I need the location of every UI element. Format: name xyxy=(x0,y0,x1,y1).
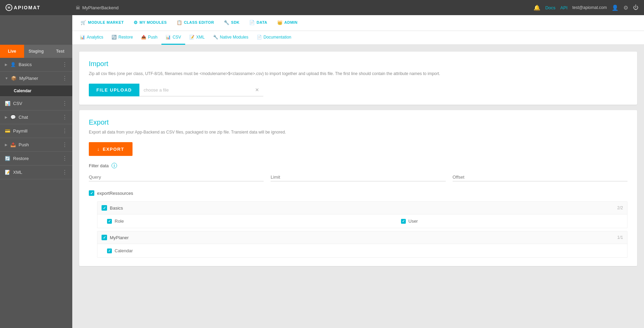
user-group-icon: 👤 xyxy=(10,62,16,67)
calendar-checkbox[interactable]: ✓ xyxy=(107,248,112,253)
notification-icon[interactable]: 🔔 xyxy=(534,4,540,11)
sub-nav-push[interactable]: 📤 Push xyxy=(137,31,161,45)
env-tab-staging[interactable]: Staging xyxy=(24,45,48,58)
basics-dots-icon[interactable]: ⋮ xyxy=(62,61,67,68)
sidebar: Live Staging Test ▶ 👤 Basics ⋮ ▼ 📦 MyPla… xyxy=(0,45,72,328)
xml-dots-icon[interactable]: ⋮ xyxy=(62,169,67,176)
restore-icon: 🔄 xyxy=(112,35,117,40)
api-link[interactable]: API xyxy=(560,5,568,10)
sidebar-item-calendar[interactable]: Calendar xyxy=(0,85,72,97)
export-resources-checkbox[interactable]: ✓ xyxy=(89,190,94,196)
nav-data[interactable]: 📄 DATA xyxy=(244,15,272,31)
settings-icon[interactable]: ⚙ xyxy=(623,4,628,11)
env-tab-live[interactable]: Live xyxy=(0,45,24,58)
file-input-area[interactable]: choose a file ✕ xyxy=(139,84,263,96)
file-placeholder: choose a file xyxy=(144,87,169,93)
import-description: Zip all csv files (one per class, UTF-8/… xyxy=(89,71,627,77)
offset-input[interactable] xyxy=(453,174,627,180)
chat-dots-icon[interactable]: ⋮ xyxy=(62,114,67,120)
sdk-icon: 🔧 xyxy=(224,20,230,25)
logo-area: M APIOMAT xyxy=(0,4,72,11)
logo-text: APIOMAT xyxy=(14,5,41,10)
role-checkbox[interactable]: ✓ xyxy=(107,219,112,224)
my-modules-icon: ⚙ xyxy=(134,20,138,25)
myplaner-group-label: MyPlaner xyxy=(110,235,129,240)
user-checkbox[interactable]: ✓ xyxy=(401,219,406,224)
sub-nav-analytics[interactable]: 📊 Analytics xyxy=(76,31,107,45)
calendar-label: Calendar xyxy=(115,248,133,253)
user-email: test@apiomat.com xyxy=(572,5,607,10)
header-backend-icon: 🏛 xyxy=(76,5,80,10)
module-market-icon: 🛒 xyxy=(81,20,86,25)
export-title: Export xyxy=(89,118,627,126)
analytics-icon: 📊 xyxy=(80,35,85,40)
logo-icon: M APIOMAT xyxy=(6,4,41,11)
export-button[interactable]: ↓ EXPORT xyxy=(89,142,133,156)
push-icon: 📤 xyxy=(141,35,146,40)
nav-my-modules[interactable]: ⚙ MY MODULES xyxy=(129,15,172,31)
sub-nav-native-modules[interactable]: 🔧 Native Modules xyxy=(209,31,253,45)
sidebar-item-push[interactable]: ▶ 📤 Push ⋮ xyxy=(0,138,72,152)
nav-class-editor[interactable]: 📋 CLASS EDITOR xyxy=(172,15,219,31)
export-card: Export Export all data from your App-Bac… xyxy=(79,110,637,266)
power-icon[interactable]: ⏻ xyxy=(633,4,638,11)
import-title: Import xyxy=(89,60,627,68)
package-icon: 📦 xyxy=(11,76,17,81)
myplaner-group: ✓ MyPlaner 1/1 ✓ Calendar xyxy=(97,231,627,258)
nav-sdk[interactable]: 🔧 SDK xyxy=(219,15,244,31)
sidebar-item-chat[interactable]: ▶ 💬 Chat ⋮ xyxy=(0,110,72,124)
chevron-right-push-icon: ▶ xyxy=(5,143,8,147)
content-area: Import Zip all csv files (one per class,… xyxy=(72,45,644,328)
paymill-dots-icon[interactable]: ⋮ xyxy=(62,128,67,134)
sub-nav-xml[interactable]: 📝 XML xyxy=(185,31,209,45)
nav-module-market[interactable]: 🛒 MODULE MARKET xyxy=(76,15,129,31)
sidebar-item-xml[interactable]: 📝 XML ⋮ xyxy=(0,166,72,179)
basics-group-label: Basics xyxy=(110,205,123,211)
query-input[interactable] xyxy=(89,174,264,180)
myplaner-dots-icon[interactable]: ⋮ xyxy=(62,75,67,82)
sidebar-item-restore[interactable]: 🔄 Restore ⋮ xyxy=(0,152,72,166)
xml-sidebar-icon: 📝 xyxy=(5,170,10,175)
basics-checkbox[interactable]: ✓ xyxy=(102,205,107,211)
env-tab-test[interactable]: Test xyxy=(48,45,72,58)
import-card: Import Zip all csv files (one per class,… xyxy=(79,52,637,105)
restore-sidebar-icon: 🔄 xyxy=(5,156,10,161)
user-label: User xyxy=(409,219,623,224)
sub-nav-documentation[interactable]: 📄 Documentation xyxy=(253,31,296,45)
restore-dots-icon[interactable]: ⋮ xyxy=(62,155,67,162)
sidebar-item-basics[interactable]: ▶ 👤 Basics ⋮ xyxy=(0,58,72,72)
basics-count: 2/2 xyxy=(617,205,623,210)
chevron-right-chat-icon: ▶ xyxy=(5,115,8,119)
push-dots-icon[interactable]: ⋮ xyxy=(62,141,67,148)
role-label: Role xyxy=(115,219,329,224)
sidebar-item-csv[interactable]: 📊 CSV ⋮ xyxy=(0,97,72,110)
documentation-icon: 📄 xyxy=(257,35,262,40)
clear-file-icon[interactable]: ✕ xyxy=(255,87,259,93)
sidebar-item-paymill[interactable]: 💳 Paymill ⋮ xyxy=(0,124,72,138)
native-modules-icon: 🔧 xyxy=(213,35,218,40)
chevron-down-icon: ▼ xyxy=(5,76,8,80)
limit-input[interactable] xyxy=(271,174,445,180)
chat-icon: 💬 xyxy=(10,115,16,120)
info-icon[interactable]: i xyxy=(112,163,117,168)
backend-name: MyPlanerBackend xyxy=(82,5,119,10)
class-editor-icon: 📋 xyxy=(177,20,182,25)
nav-admin[interactable]: 👑 ADMIN xyxy=(272,15,303,31)
main-nav: 🛒 MODULE MARKET ⚙ MY MODULES 📋 CLASS EDI… xyxy=(72,15,644,31)
sub-nav-restore[interactable]: 🔄 Restore xyxy=(107,31,137,45)
admin-icon: 👑 xyxy=(277,20,283,25)
csv-dots-icon[interactable]: ⋮ xyxy=(62,100,67,107)
user-icon[interactable]: 👤 xyxy=(612,4,619,11)
file-upload-button[interactable]: FILE UPLOAD xyxy=(89,84,139,96)
myplaner-checkbox[interactable]: ✓ xyxy=(102,235,107,240)
data-icon: 📄 xyxy=(249,20,255,25)
sidebar-item-myplaner[interactable]: ▼ 📦 MyPlaner ⋮ xyxy=(0,72,72,85)
docs-link[interactable]: Docs xyxy=(545,5,556,10)
sub-nav-csv[interactable]: 📊 CSV xyxy=(161,31,185,45)
push-sidebar-icon: 📤 xyxy=(10,142,16,147)
limit-field[interactable] xyxy=(271,173,445,181)
query-field[interactable] xyxy=(89,173,264,181)
basics-group: ✓ Basics 2/2 ✓ Role xyxy=(97,201,627,228)
offset-field[interactable] xyxy=(453,173,627,181)
xml-icon: 📝 xyxy=(189,35,194,40)
